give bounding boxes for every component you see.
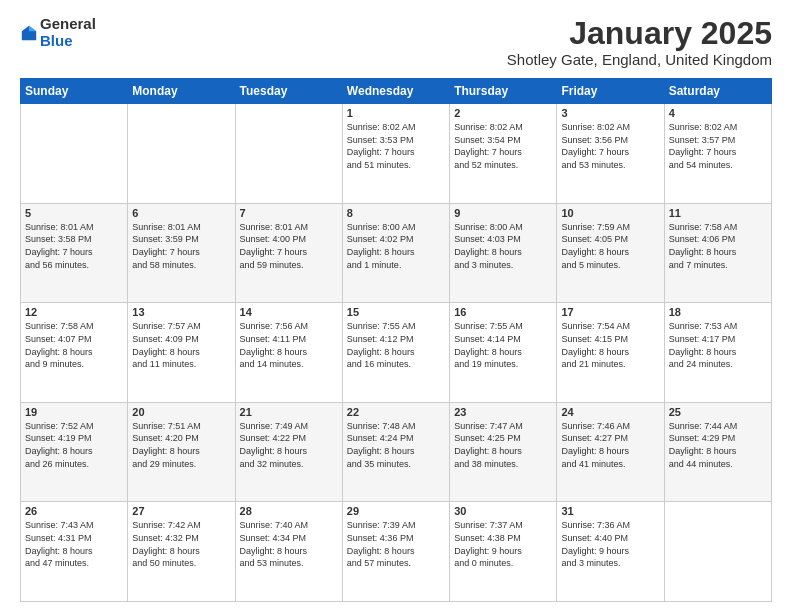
day-info: Sunrise: 7:46 AM Sunset: 4:27 PM Dayligh… [561, 420, 659, 470]
day-info: Sunrise: 7:44 AM Sunset: 4:29 PM Dayligh… [669, 420, 767, 470]
day-number: 21 [240, 406, 338, 418]
day-info: Sunrise: 7:42 AM Sunset: 4:32 PM Dayligh… [132, 519, 230, 569]
day-number: 7 [240, 207, 338, 219]
day-info: Sunrise: 7:49 AM Sunset: 4:22 PM Dayligh… [240, 420, 338, 470]
day-number: 10 [561, 207, 659, 219]
calendar-cell [235, 104, 342, 204]
logo-general: General [40, 16, 96, 33]
day-number: 27 [132, 505, 230, 517]
calendar-cell: 30Sunrise: 7:37 AM Sunset: 4:38 PM Dayli… [450, 502, 557, 602]
calendar-cell: 2Sunrise: 8:02 AM Sunset: 3:54 PM Daylig… [450, 104, 557, 204]
calendar-cell: 1Sunrise: 8:02 AM Sunset: 3:53 PM Daylig… [342, 104, 449, 204]
calendar-cell: 24Sunrise: 7:46 AM Sunset: 4:27 PM Dayli… [557, 402, 664, 502]
logo: General Blue [20, 16, 96, 49]
day-info: Sunrise: 8:02 AM Sunset: 3:54 PM Dayligh… [454, 121, 552, 171]
calendar-cell: 22Sunrise: 7:48 AM Sunset: 4:24 PM Dayli… [342, 402, 449, 502]
day-info: Sunrise: 7:37 AM Sunset: 4:38 PM Dayligh… [454, 519, 552, 569]
calendar-cell: 5Sunrise: 8:01 AM Sunset: 3:58 PM Daylig… [21, 203, 128, 303]
day-number: 29 [347, 505, 445, 517]
day-info: Sunrise: 7:39 AM Sunset: 4:36 PM Dayligh… [347, 519, 445, 569]
calendar-cell: 27Sunrise: 7:42 AM Sunset: 4:32 PM Dayli… [128, 502, 235, 602]
day-number: 24 [561, 406, 659, 418]
day-number: 23 [454, 406, 552, 418]
calendar-header-row: Sunday Monday Tuesday Wednesday Thursday… [21, 79, 772, 104]
day-number: 11 [669, 207, 767, 219]
calendar-cell: 13Sunrise: 7:57 AM Sunset: 4:09 PM Dayli… [128, 303, 235, 403]
day-number: 20 [132, 406, 230, 418]
calendar-cell: 19Sunrise: 7:52 AM Sunset: 4:19 PM Dayli… [21, 402, 128, 502]
page: General Blue January 2025 Shotley Gate, … [0, 0, 792, 612]
calendar-cell: 12Sunrise: 7:58 AM Sunset: 4:07 PM Dayli… [21, 303, 128, 403]
header-thursday: Thursday [450, 79, 557, 104]
day-info: Sunrise: 7:55 AM Sunset: 4:14 PM Dayligh… [454, 320, 552, 370]
day-number: 9 [454, 207, 552, 219]
day-info: Sunrise: 7:53 AM Sunset: 4:17 PM Dayligh… [669, 320, 767, 370]
day-info: Sunrise: 7:55 AM Sunset: 4:12 PM Dayligh… [347, 320, 445, 370]
day-info: Sunrise: 8:01 AM Sunset: 4:00 PM Dayligh… [240, 221, 338, 271]
day-number: 5 [25, 207, 123, 219]
day-number: 18 [669, 306, 767, 318]
day-info: Sunrise: 8:02 AM Sunset: 3:56 PM Dayligh… [561, 121, 659, 171]
calendar-cell: 7Sunrise: 8:01 AM Sunset: 4:00 PM Daylig… [235, 203, 342, 303]
header-saturday: Saturday [664, 79, 771, 104]
day-number: 19 [25, 406, 123, 418]
day-number: 30 [454, 505, 552, 517]
calendar-cell: 18Sunrise: 7:53 AM Sunset: 4:17 PM Dayli… [664, 303, 771, 403]
day-number: 26 [25, 505, 123, 517]
calendar-cell: 21Sunrise: 7:49 AM Sunset: 4:22 PM Dayli… [235, 402, 342, 502]
day-number: 25 [669, 406, 767, 418]
calendar-cell: 23Sunrise: 7:47 AM Sunset: 4:25 PM Dayli… [450, 402, 557, 502]
day-number: 13 [132, 306, 230, 318]
day-number: 15 [347, 306, 445, 318]
header-sunday: Sunday [21, 79, 128, 104]
logo-icon [20, 24, 38, 42]
calendar-cell: 15Sunrise: 7:55 AM Sunset: 4:12 PM Dayli… [342, 303, 449, 403]
logo-blue: Blue [40, 33, 96, 50]
calendar-cell: 11Sunrise: 7:58 AM Sunset: 4:06 PM Dayli… [664, 203, 771, 303]
day-number: 17 [561, 306, 659, 318]
calendar-cell: 26Sunrise: 7:43 AM Sunset: 4:31 PM Dayli… [21, 502, 128, 602]
day-info: Sunrise: 7:52 AM Sunset: 4:19 PM Dayligh… [25, 420, 123, 470]
calendar-week-4: 19Sunrise: 7:52 AM Sunset: 4:19 PM Dayli… [21, 402, 772, 502]
day-info: Sunrise: 7:48 AM Sunset: 4:24 PM Dayligh… [347, 420, 445, 470]
calendar-cell [128, 104, 235, 204]
day-info: Sunrise: 8:00 AM Sunset: 4:03 PM Dayligh… [454, 221, 552, 271]
day-info: Sunrise: 7:59 AM Sunset: 4:05 PM Dayligh… [561, 221, 659, 271]
day-number: 12 [25, 306, 123, 318]
calendar-cell: 31Sunrise: 7:36 AM Sunset: 4:40 PM Dayli… [557, 502, 664, 602]
day-info: Sunrise: 8:02 AM Sunset: 3:53 PM Dayligh… [347, 121, 445, 171]
day-number: 8 [347, 207, 445, 219]
month-title: January 2025 [507, 16, 772, 51]
day-number: 3 [561, 107, 659, 119]
day-info: Sunrise: 7:58 AM Sunset: 4:06 PM Dayligh… [669, 221, 767, 271]
day-info: Sunrise: 7:47 AM Sunset: 4:25 PM Dayligh… [454, 420, 552, 470]
day-info: Sunrise: 7:51 AM Sunset: 4:20 PM Dayligh… [132, 420, 230, 470]
calendar-cell [21, 104, 128, 204]
calendar-cell: 25Sunrise: 7:44 AM Sunset: 4:29 PM Dayli… [664, 402, 771, 502]
day-number: 14 [240, 306, 338, 318]
day-info: Sunrise: 7:36 AM Sunset: 4:40 PM Dayligh… [561, 519, 659, 569]
day-number: 31 [561, 505, 659, 517]
svg-marker-1 [29, 25, 36, 30]
day-info: Sunrise: 7:43 AM Sunset: 4:31 PM Dayligh… [25, 519, 123, 569]
day-info: Sunrise: 7:58 AM Sunset: 4:07 PM Dayligh… [25, 320, 123, 370]
calendar-week-1: 1Sunrise: 8:02 AM Sunset: 3:53 PM Daylig… [21, 104, 772, 204]
calendar-cell: 3Sunrise: 8:02 AM Sunset: 3:56 PM Daylig… [557, 104, 664, 204]
calendar-cell: 10Sunrise: 7:59 AM Sunset: 4:05 PM Dayli… [557, 203, 664, 303]
calendar-cell: 8Sunrise: 8:00 AM Sunset: 4:02 PM Daylig… [342, 203, 449, 303]
calendar-week-2: 5Sunrise: 8:01 AM Sunset: 3:58 PM Daylig… [21, 203, 772, 303]
calendar-cell: 29Sunrise: 7:39 AM Sunset: 4:36 PM Dayli… [342, 502, 449, 602]
header-friday: Friday [557, 79, 664, 104]
header-wednesday: Wednesday [342, 79, 449, 104]
title-block: January 2025 Shotley Gate, England, Unit… [507, 16, 772, 68]
calendar-week-5: 26Sunrise: 7:43 AM Sunset: 4:31 PM Dayli… [21, 502, 772, 602]
day-number: 6 [132, 207, 230, 219]
calendar-cell: 16Sunrise: 7:55 AM Sunset: 4:14 PM Dayli… [450, 303, 557, 403]
day-info: Sunrise: 7:56 AM Sunset: 4:11 PM Dayligh… [240, 320, 338, 370]
calendar-cell: 6Sunrise: 8:01 AM Sunset: 3:59 PM Daylig… [128, 203, 235, 303]
calendar-cell: 9Sunrise: 8:00 AM Sunset: 4:03 PM Daylig… [450, 203, 557, 303]
day-number: 28 [240, 505, 338, 517]
day-info: Sunrise: 7:57 AM Sunset: 4:09 PM Dayligh… [132, 320, 230, 370]
calendar-cell: 4Sunrise: 8:02 AM Sunset: 3:57 PM Daylig… [664, 104, 771, 204]
header-tuesday: Tuesday [235, 79, 342, 104]
